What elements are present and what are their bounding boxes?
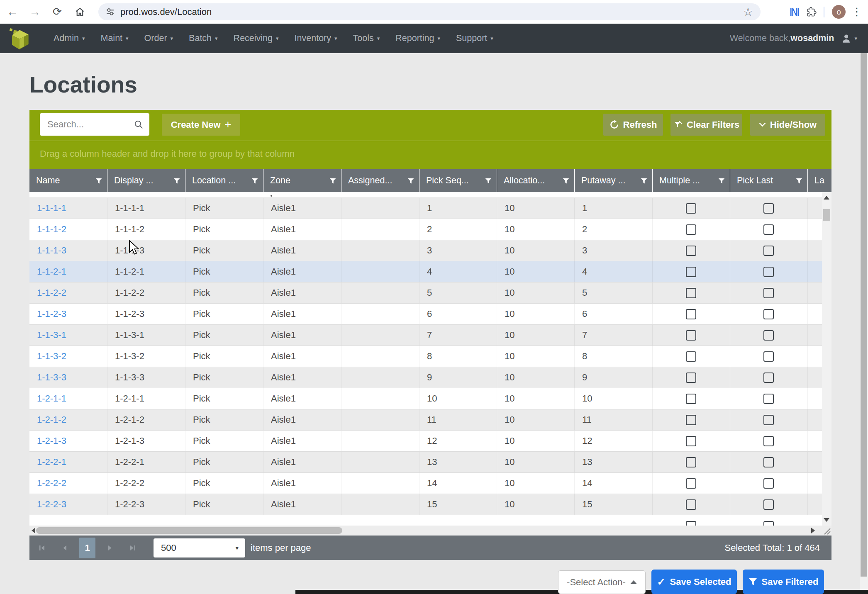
prev-page-button[interactable]: [54, 536, 76, 560]
reload-icon[interactable]: ⟳: [48, 0, 66, 24]
table-row[interactable]: 1-1-3-31-1-3-3PickAisle19109: [29, 367, 822, 388]
filter-icon[interactable]: [718, 178, 725, 184]
column-header-pick_last[interactable]: Pick Last: [730, 169, 808, 192]
multiple-checkbox[interactable]: [686, 372, 696, 383]
location-link[interactable]: 1-1-1-1: [37, 203, 66, 213]
url-text[interactable]: prod.wos.dev/Location: [120, 7, 743, 17]
user-menu[interactable]: Welcome back, wosadmin ▾: [730, 33, 868, 44]
nav-item-maint[interactable]: Maint▾: [93, 24, 136, 53]
pick-last-checkbox[interactable]: [763, 309, 774, 319]
table-row[interactable]: 1-1-1-21-1-1-2PickAisle12102: [29, 219, 822, 240]
search-input[interactable]: [46, 119, 134, 130]
scroll-right-arrow-icon[interactable]: [811, 528, 815, 533]
column-header-allocation[interactable]: Allocatio...: [497, 169, 575, 192]
first-page-button[interactable]: [31, 536, 54, 560]
nav-item-order[interactable]: Order▾: [137, 24, 181, 53]
table-row[interactable]: 1-1-1-11-1-1-1PickAisle11101: [29, 198, 822, 219]
table-row[interactable]: 1-2-2-31-2-2-3PickAisle1151015: [29, 494, 822, 515]
site-settings-icon[interactable]: [106, 7, 115, 16]
location-link[interactable]: 1-1-3-2: [37, 351, 66, 361]
filter-icon[interactable]: [563, 178, 569, 184]
grid-vertical-scrollbar[interactable]: [822, 192, 831, 526]
filter-icon[interactable]: [796, 178, 802, 184]
clear-filters-button[interactable]: Clear Filters: [671, 114, 742, 136]
multiple-checkbox[interactable]: [686, 521, 696, 526]
page-size-select[interactable]: 500 ▾: [154, 538, 245, 557]
multiple-checkbox[interactable]: [686, 309, 696, 319]
location-link[interactable]: 1-1-3-1: [37, 330, 66, 340]
nav-item-inventory[interactable]: Inventory▾: [287, 24, 345, 53]
filter-icon[interactable]: [251, 178, 258, 184]
search-icon[interactable]: [134, 120, 144, 129]
multiple-checkbox[interactable]: [686, 478, 696, 489]
pick-last-checkbox[interactable]: [763, 415, 774, 425]
pick-last-checkbox[interactable]: [763, 521, 774, 526]
location-link[interactable]: 1-2-1-3: [37, 436, 66, 446]
column-header-pick_seq[interactable]: Pick Seq...: [419, 169, 497, 192]
nav-item-batch[interactable]: Batch▾: [181, 24, 226, 53]
table-row[interactable]: 1-2-1-11-2-1-1PickAisle1101010: [29, 388, 822, 409]
location-link[interactable]: 1-2-1-1: [37, 393, 66, 404]
column-header-putaway[interactable]: Putaway ...: [575, 169, 653, 192]
location-link[interactable]: 1-2-2-3: [37, 499, 66, 509]
table-row[interactable]: 1-2-2-21-2-2-2PickAisle1141014: [29, 473, 822, 494]
create-new-button[interactable]: Create New +: [162, 114, 240, 136]
back-icon[interactable]: ←: [3, 0, 22, 24]
multiple-checkbox[interactable]: [686, 457, 696, 467]
column-header-location_type[interactable]: Location ...: [185, 169, 263, 192]
hide-show-button[interactable]: Hide/Show: [750, 114, 825, 136]
pick-last-checkbox[interactable]: [763, 246, 774, 256]
column-header-assigned[interactable]: Assigned...: [341, 169, 419, 192]
multiple-checkbox[interactable]: [686, 288, 696, 298]
column-header-multiple[interactable]: Multiple ...: [653, 169, 730, 192]
location-link[interactable]: 1-1-1-3: [37, 245, 66, 256]
extensions-puzzle-icon[interactable]: [806, 6, 817, 17]
location-link[interactable]: 1-1-3-3: [37, 372, 66, 382]
filter-icon[interactable]: [485, 178, 492, 184]
save-filtered-button[interactable]: Save Filtered: [743, 570, 824, 594]
pick-last-checkbox[interactable]: [763, 330, 774, 341]
filter-icon[interactable]: [329, 178, 336, 184]
grid-horizontal-scrollbar[interactable]: [29, 526, 831, 536]
next-page-button[interactable]: [99, 536, 121, 560]
home-icon[interactable]: [71, 0, 89, 24]
bookmark-star-icon[interactable]: ☆: [743, 5, 753, 19]
filter-icon[interactable]: [407, 178, 414, 184]
column-header-display[interactable]: Display ...: [107, 169, 185, 192]
pick-last-checkbox[interactable]: [763, 224, 774, 235]
pick-last-checkbox[interactable]: [763, 288, 774, 298]
location-link[interactable]: 1-1-1-2: [37, 224, 66, 234]
nav-item-reporting[interactable]: Reporting▾: [388, 24, 448, 53]
resize-handle-icon[interactable]: [822, 526, 831, 536]
pick-last-checkbox[interactable]: [763, 457, 774, 467]
scroll-left-arrow-icon[interactable]: [32, 528, 35, 533]
filter-icon[interactable]: [173, 178, 180, 184]
table-row[interactable]: 1-2-2-11-2-2-1PickAisle1131013: [29, 452, 822, 473]
pick-last-checkbox[interactable]: [763, 351, 774, 362]
table-row[interactable]: 1-2-1-21-2-1-2PickAisle1111011: [29, 409, 822, 431]
current-page-button[interactable]: 1: [79, 538, 95, 558]
extension-n-icon[interactable]: [789, 7, 800, 17]
multiple-checkbox[interactable]: [686, 246, 696, 256]
multiple-checkbox[interactable]: [686, 394, 696, 404]
profile-avatar[interactable]: o: [832, 5, 846, 19]
pick-last-checkbox[interactable]: [763, 499, 774, 510]
table-row[interactable]: 1-1-2-21-1-2-2PickAisle15105: [29, 282, 822, 304]
nav-item-receiving[interactable]: Receiving▾: [226, 24, 287, 53]
location-link[interactable]: 1-2-2-2: [37, 478, 66, 488]
grid-vscroll-thumb[interactable]: [823, 209, 830, 221]
multiple-checkbox[interactable]: [686, 330, 696, 341]
location-link[interactable]: 1-2-2-1: [37, 457, 66, 467]
table-row[interactable]: 1-2-1-31-2-1-3PickAisle1121012: [29, 431, 822, 452]
pick-last-checkbox[interactable]: [763, 203, 774, 214]
last-page-button[interactable]: [121, 536, 144, 560]
column-header-last_truncated[interactable]: La: [808, 169, 831, 192]
location-link[interactable]: 1-1-2-2: [37, 287, 66, 298]
location-link[interactable]: 1-2-1-2: [37, 414, 66, 425]
browser-menu-icon[interactable]: ⋮: [851, 5, 862, 18]
scroll-up-arrow-icon[interactable]: [824, 196, 829, 200]
grid-hscroll-thumb[interactable]: [36, 527, 342, 534]
multiple-checkbox[interactable]: [686, 499, 696, 510]
table-row[interactable]: 1-1-2-31-1-2-3PickAisle16106: [29, 304, 822, 325]
column-header-zone[interactable]: Zone: [263, 169, 341, 192]
